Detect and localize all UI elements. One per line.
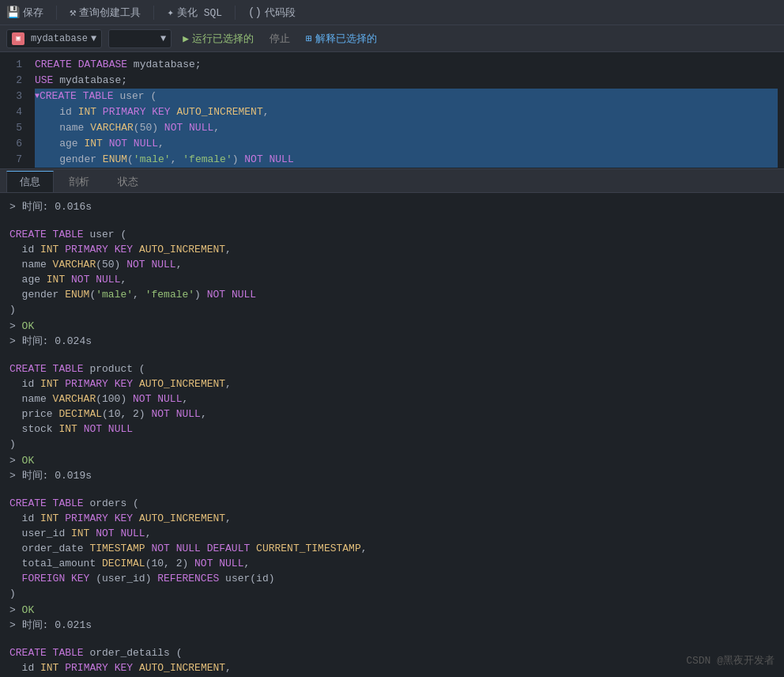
output-block-1: 时间: 0.016s bbox=[9, 199, 775, 214]
output-time-1: 时间: 0.016s bbox=[9, 199, 775, 214]
query-builder-button[interactable]: ⚒ 查询创建工具 bbox=[70, 6, 141, 20]
explain-icon: ⊞ bbox=[306, 32, 312, 45]
output-ok-2: OK bbox=[9, 319, 775, 334]
output-block-2: CREATE TABLE user ( id INT PRIMARY KEY A… bbox=[9, 227, 775, 349]
output-block-3: CREATE TABLE product ( id INT PRIMARY KE… bbox=[9, 361, 775, 483]
code-line-3: ▼CREATE TABLE user ( bbox=[35, 89, 778, 104]
output-sql-2: CREATE TABLE user ( id INT PRIMARY KEY A… bbox=[9, 227, 775, 317]
explain-button[interactable]: ⊞ 解释已选择的 bbox=[301, 30, 382, 47]
output-ok-3: OK bbox=[9, 453, 775, 468]
toolbar-separator-3 bbox=[235, 6, 236, 20]
code-line-5: name VARCHAR(50) NOT NULL, bbox=[35, 120, 778, 136]
database-selector[interactable]: ▣ mydatabase ▼ bbox=[6, 29, 102, 48]
beautify-button[interactable]: ✦ 美化 SQL bbox=[167, 6, 222, 20]
code-line-8: ); bbox=[35, 168, 778, 168]
db-icon: ▣ bbox=[12, 32, 24, 45]
run-icon: ▶ bbox=[183, 32, 189, 45]
output-time-4: 时间: 0.021s bbox=[9, 618, 775, 633]
code-editor[interactable]: 1 2 3 4 5 6 7 8 CREATE DATABASE mydataba… bbox=[0, 52, 784, 169]
output-panel: 时间: 0.016s CREATE TABLE user ( id INT PR… bbox=[0, 193, 784, 677]
run-toolbar: ▣ mydatabase ▼ ▼ ▶ 运行已选择的 停止 ⊞ 解释已选择的 bbox=[0, 25, 784, 52]
tab-status[interactable]: 状态 bbox=[104, 171, 152, 192]
stop-button[interactable]: 停止 bbox=[265, 30, 295, 47]
save-button[interactable]: 💾 保存 bbox=[6, 6, 43, 20]
toolbar-separator-2 bbox=[153, 6, 154, 20]
beautify-icon: ✦ bbox=[167, 6, 173, 19]
save-icon: 💾 bbox=[6, 6, 20, 19]
schema-selector[interactable]: ▼ bbox=[108, 29, 172, 48]
line-numbers: 1 2 3 4 5 6 7 8 bbox=[0, 52, 28, 168]
code-line-2: USE mydatabase; bbox=[35, 73, 778, 89]
code-line-1: CREATE DATABASE mydatabase; bbox=[35, 57, 778, 73]
code-line-7: gender ENUM('male', 'female') NOT NULL bbox=[35, 152, 778, 168]
output-sql-5: CREATE TABLE order_details ( id INT PRIM… bbox=[9, 645, 775, 677]
result-tabs: 信息 剖析 状态 bbox=[0, 169, 784, 193]
code-line-6: age INT NOT NULL, bbox=[35, 136, 778, 152]
output-time-3: 时间: 0.019s bbox=[9, 468, 775, 483]
code-snippet-icon: () bbox=[248, 6, 262, 19]
watermark: CSDN @黑夜开发者 bbox=[686, 653, 775, 668]
query-builder-icon: ⚒ bbox=[70, 6, 76, 19]
code-content[interactable]: CREATE DATABASE mydatabase; USE mydataba… bbox=[28, 52, 784, 168]
output-block-4: CREATE TABLE orders ( id INT PRIMARY KEY… bbox=[9, 496, 775, 633]
run-button[interactable]: ▶ 运行已选择的 bbox=[178, 30, 258, 47]
output-time-2: 时间: 0.024s bbox=[9, 334, 775, 349]
output-block-5: CREATE TABLE order_details ( id INT PRIM… bbox=[9, 645, 775, 677]
main-toolbar: 💾 保存 ⚒ 查询创建工具 ✦ 美化 SQL () 代码段 bbox=[0, 0, 784, 25]
dropdown-arrow: ▼ bbox=[91, 33, 96, 44]
output-sql-4: CREATE TABLE orders ( id INT PRIMARY KEY… bbox=[9, 496, 775, 601]
output-sql-3: CREATE TABLE product ( id INT PRIMARY KE… bbox=[9, 361, 775, 452]
toolbar-separator bbox=[56, 6, 57, 20]
output-ok-4: OK bbox=[9, 603, 775, 618]
schema-dropdown-arrow: ▼ bbox=[160, 33, 166, 44]
tab-profile[interactable]: 剖析 bbox=[55, 171, 103, 192]
code-snippet-button[interactable]: () 代码段 bbox=[248, 6, 296, 20]
code-line-4: id INT PRIMARY KEY AUTO_INCREMENT, bbox=[35, 104, 778, 120]
tab-info[interactable]: 信息 bbox=[6, 171, 54, 192]
